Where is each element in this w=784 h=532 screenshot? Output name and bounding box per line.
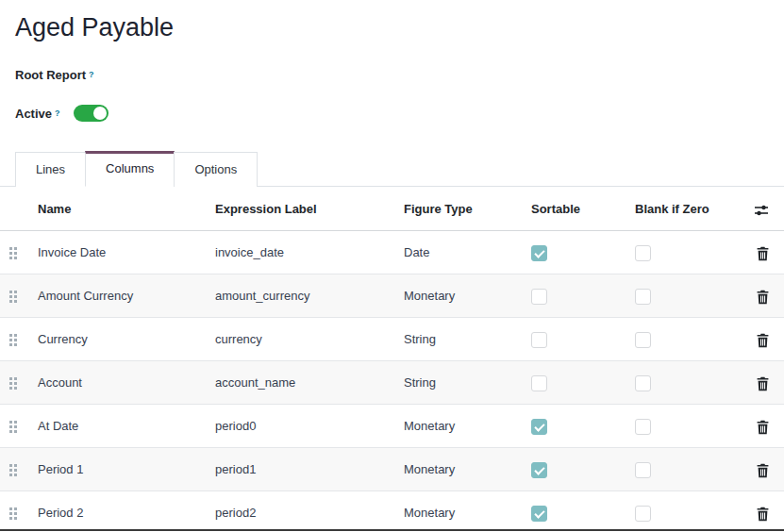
delete-row-icon[interactable] (756, 246, 770, 261)
figure-type-cell[interactable]: String (396, 361, 524, 405)
figure-type-cell[interactable]: Monetary (396, 405, 524, 448)
tab-lines[interactable]: Lines (15, 152, 86, 187)
expression-label-cell[interactable]: period2 (208, 491, 396, 532)
table-row: Period 2 period2 Monetary (0, 491, 784, 532)
drag-handle-icon[interactable] (9, 247, 17, 259)
tab-options[interactable]: Options (174, 152, 258, 187)
table-row: At Date period0 Monetary (0, 405, 784, 448)
page-title: Aged Payable (15, 11, 784, 43)
drag-handle-icon[interactable] (9, 291, 17, 303)
header-figure-type[interactable]: Figure Type (396, 189, 524, 231)
blank-if-zero-checkbox[interactable] (635, 419, 651, 435)
blank-if-zero-checkbox[interactable] (635, 506, 651, 522)
root-report-label: Root Report (15, 68, 86, 82)
notebook-tabs: Lines Columns Options (0, 151, 784, 187)
blank-if-zero-checkbox[interactable] (635, 332, 651, 348)
header-sortable[interactable]: Sortable (524, 189, 627, 231)
column-name-cell[interactable]: Currency (30, 318, 208, 361)
header-expression-label[interactable]: Expression Label (208, 189, 396, 231)
blank-if-zero-checkbox[interactable] (635, 245, 651, 261)
header-blank-if-zero[interactable]: Blank if Zero (627, 189, 741, 231)
delete-row-icon[interactable] (756, 376, 770, 391)
delete-row-icon[interactable] (756, 290, 770, 305)
table-row: Account account_name String (0, 361, 784, 405)
active-field: Active? (15, 105, 784, 122)
sortable-checkbox[interactable] (531, 506, 547, 522)
column-name-cell[interactable]: Amount Currency (30, 274, 208, 318)
figure-type-cell[interactable]: Date (396, 231, 524, 274)
active-toggle[interactable] (74, 105, 108, 122)
column-name-cell[interactable]: Period 2 (30, 491, 208, 532)
blank-if-zero-checkbox[interactable] (635, 462, 651, 478)
delete-row-icon[interactable] (756, 420, 770, 435)
sortable-checkbox[interactable] (531, 419, 547, 435)
figure-type-cell[interactable]: String (396, 318, 524, 361)
figure-type-cell[interactable]: Monetary (396, 491, 524, 532)
active-label: Active (15, 107, 52, 121)
expression-label-cell[interactable]: currency (208, 318, 396, 361)
table-row: Currency currency String (0, 318, 784, 361)
drag-handle-icon[interactable] (9, 377, 17, 390)
blank-if-zero-checkbox[interactable] (635, 289, 651, 305)
columns-table-body: Invoice Date invoice_date Date Amount Cu… (0, 231, 784, 532)
sortable-checkbox[interactable] (531, 289, 547, 305)
column-name-cell[interactable]: Period 1 (30, 448, 208, 491)
table-row: Amount Currency amount_currency Monetary (0, 274, 784, 318)
header-name[interactable]: Name (30, 189, 208, 231)
drag-handle-icon[interactable] (9, 421, 17, 433)
columns-table: Name Expression Label Figure Type Sortab… (0, 189, 784, 532)
optional-columns-icon[interactable] (754, 204, 769, 217)
expression-label-cell[interactable]: amount_currency (208, 274, 396, 318)
expression-label-cell[interactable]: period0 (208, 405, 396, 448)
sortable-checkbox[interactable] (531, 462, 547, 478)
blank-if-zero-checkbox[interactable] (635, 375, 651, 391)
column-name-cell[interactable]: Account (30, 361, 208, 405)
drag-handle-icon[interactable] (9, 464, 17, 476)
figure-type-cell[interactable]: Monetary (396, 448, 524, 491)
table-header-row: Name Expression Label Figure Type Sortab… (0, 189, 784, 231)
sortable-checkbox[interactable] (531, 375, 547, 391)
sortable-checkbox[interactable] (531, 332, 547, 348)
table-row: Invoice Date invoice_date Date (0, 231, 784, 274)
expression-label-cell[interactable]: account_name (208, 361, 396, 405)
column-name-cell[interactable]: At Date (30, 405, 208, 448)
delete-row-icon[interactable] (756, 463, 770, 478)
column-name-cell[interactable]: Invoice Date (30, 231, 208, 274)
expression-label-cell[interactable]: invoice_date (208, 231, 396, 274)
tab-columns[interactable]: Columns (85, 151, 175, 187)
handle-header (0, 189, 30, 231)
toggle-knob (93, 107, 107, 120)
sortable-checkbox[interactable] (531, 245, 547, 261)
root-report-field: Root Report? (15, 66, 784, 83)
delete-row-icon[interactable] (756, 507, 770, 522)
drag-handle-icon[interactable] (9, 507, 17, 520)
drag-handle-icon[interactable] (9, 334, 17, 346)
expression-label-cell[interactable]: period1 (208, 448, 396, 491)
table-row: Period 1 period1 Monetary (0, 448, 784, 491)
figure-type-cell[interactable]: Monetary (396, 274, 524, 318)
bottom-edge-divider (0, 529, 784, 531)
delete-row-icon[interactable] (756, 333, 770, 348)
